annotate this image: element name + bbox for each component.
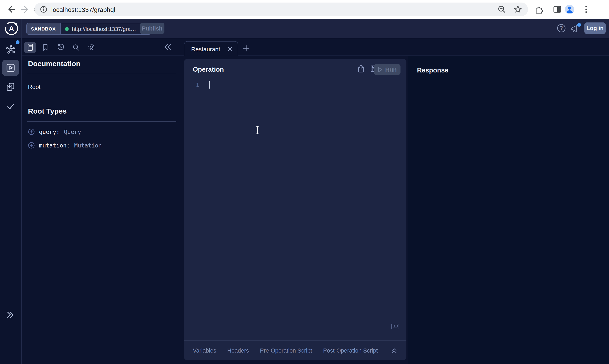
toolbar-divider [548,4,548,14]
footer-headers-link[interactable]: Headers [227,347,249,354]
collapse-docs-panel-icon[interactable] [164,43,172,51]
help-glyph: ? [557,25,566,31]
footer-post-operation-script-link[interactable]: Post-Operation Script [323,347,378,354]
operation-title: Operation [193,66,224,73]
docs-divider [27,74,176,74]
editor-line-number: 1 [196,82,199,88]
docs-tab-documentation-active[interactable] [24,42,36,53]
docs-tab-settings-gear-icon[interactable] [85,42,97,53]
tab-restaurant[interactable]: Restaurant [184,41,238,56]
nav-checks-icon[interactable] [6,102,15,111]
tab-label[interactable]: Restaurant [191,46,227,52]
add-field-icon[interactable] [28,142,35,149]
nav-explorer-active[interactable] [2,60,19,76]
operation-panel: Operation Run 1 Variables Headers Pre-Op… [184,59,406,360]
keyboard-shortcuts-icon[interactable] [391,324,399,329]
site-info-icon[interactable] [39,5,48,13]
docs-field-query[interactable]: query: Query [28,128,176,135]
endpoint-url[interactable]: http://localhost:1337/gra… [72,26,136,32]
docs-field-mutation[interactable]: mutation: Mutation [28,142,176,149]
response-title: Response [417,66,448,74]
documentation-panel: Documentation Root Root Types query: Que… [21,39,182,364]
field-name[interactable]: query: [39,128,60,135]
endpoint-status-dot [65,27,68,31]
field-name[interactable]: mutation: [39,142,70,149]
mouse-ibeam-cursor [255,125,260,135]
help-icon[interactable]: ? [557,24,566,33]
response-panel: Response [408,56,609,364]
sandbox-badge: SANDBOX [27,23,60,34]
tabstrip-underline [21,55,609,56]
docs-root-item[interactable]: Root [28,83,176,90]
announcements-notification-dot [577,23,581,27]
nav-schema-graph-icon[interactable] [6,44,16,54]
docs-body: Documentation Root Root Types query: Que… [27,60,176,149]
editor-caret [209,81,210,89]
docs-tab-bookmarks-icon[interactable] [39,42,51,53]
endpoint-url-box[interactable]: http://localhost:1337/gra… [60,23,151,34]
side-panel-icon[interactable] [553,5,562,14]
publish-button[interactable]: Publish [140,23,164,34]
run-button-label: Run [385,66,397,73]
expand-sidebar-icon[interactable] [5,310,15,320]
field-type-link[interactable]: Mutation [74,142,102,149]
run-button[interactable]: Run [374,64,401,75]
login-button[interactable]: Log in [584,23,606,34]
address-url[interactable]: localhost:1337/graphql [51,6,498,13]
browser-forward-icon[interactable] [20,5,30,14]
docs-title: Documentation [28,60,176,68]
footer-pre-operation-script-link[interactable]: Pre-Operation Script [260,347,312,354]
extensions-icon[interactable] [534,5,544,14]
browser-address-bar[interactable]: localhost:1337/graphql [34,2,528,16]
share-operation-icon[interactable] [357,64,365,73]
bookmark-star-icon[interactable] [514,5,522,13]
sandbox-badge-label: SANDBOX [31,26,56,31]
browser-profile-avatar[interactable] [565,5,574,14]
collapse-footer-chevrons-icon[interactable] [391,347,398,354]
apollo-logo-letter: A [4,25,19,33]
docs-tab-history-icon[interactable] [55,42,66,53]
add-field-icon[interactable] [28,128,35,135]
browser-back-icon[interactable] [7,5,16,14]
docs-divider [27,121,176,122]
tab-close-icon[interactable] [227,46,233,52]
docs-toolbar [21,39,182,56]
zoom-out-icon[interactable] [498,5,506,13]
footer-variables-link[interactable]: Variables [193,347,216,354]
docs-root-types-title: Root Types [28,107,176,116]
docs-tab-search-icon[interactable] [70,42,82,53]
new-tab-icon[interactable] [242,44,250,52]
browser-toolbar: localhost:1337/graphql [0,0,609,19]
browser-menu-icon[interactable] [582,5,591,14]
apollo-logo[interactable]: A [4,21,19,36]
nav-changelog-icon[interactable] [6,82,15,91]
field-type-link[interactable]: Query [64,128,81,135]
apollo-sandbox-app: localhost:1337/graphql A [0,0,609,364]
endpoint-chip: SANDBOX http://localhost:1337/gra… [26,23,152,35]
operation-footer-bar: Variables Headers Pre-Operation Script P… [184,340,406,360]
schema-notification-dot [16,40,19,44]
